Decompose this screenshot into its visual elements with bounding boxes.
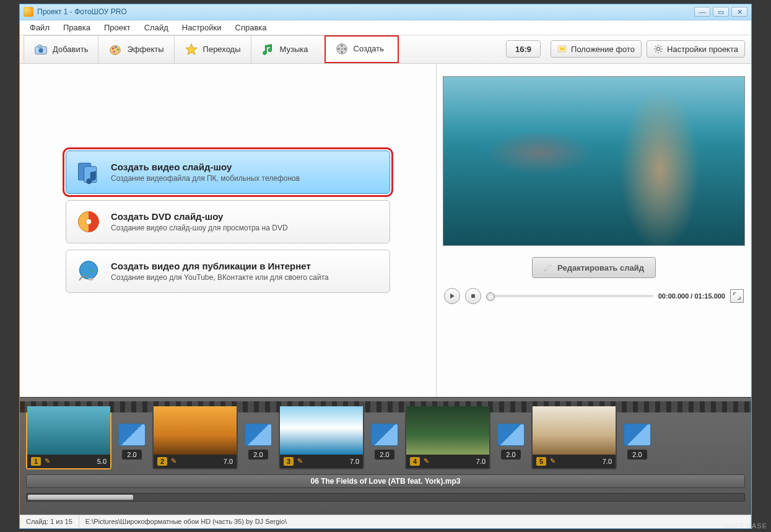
play-button[interactable] bbox=[444, 288, 460, 304]
aspect-button[interactable]: 16:9 bbox=[506, 40, 541, 58]
svg-rect-3 bbox=[38, 45, 41, 47]
tab-label: Переходы bbox=[203, 45, 241, 54]
slide-number: 1 bbox=[31, 457, 41, 466]
window-controls: — ▭ ✕ bbox=[694, 7, 747, 17]
timeline-slide-1[interactable]: 1✎5.0 bbox=[26, 405, 111, 469]
create-internet-option[interactable]: Создать видео для публикации в Интернет … bbox=[66, 250, 390, 293]
tab-music[interactable]: Музыка bbox=[251, 35, 325, 63]
transition-1[interactable]: 2.0 bbox=[116, 424, 147, 460]
transition-icon bbox=[624, 424, 651, 446]
timeline-slide-4[interactable]: 4✎7.0 bbox=[405, 405, 490, 469]
slide-duration: 7.0 bbox=[350, 458, 359, 465]
edit-slide-button[interactable]: Редактировать слайд bbox=[532, 257, 656, 278]
transition-4[interactable]: 2.0 bbox=[495, 424, 526, 460]
photo-position-label: Положение фото bbox=[571, 45, 635, 54]
pencil-icon: ✎ bbox=[45, 457, 50, 465]
svg-point-6 bbox=[115, 46, 117, 48]
option-desc: Создание видеофайла для ПК, мобильных те… bbox=[111, 174, 381, 183]
maximize-button[interactable]: ▭ bbox=[713, 7, 729, 17]
stop-button[interactable] bbox=[465, 288, 481, 304]
music-icon bbox=[261, 43, 275, 56]
tab-add[interactable]: Добавить bbox=[24, 35, 98, 63]
slide-thumb bbox=[280, 406, 363, 455]
titlebar: Проект 1 - ФотоШОУ PRO — ▭ ✕ bbox=[20, 4, 751, 20]
option-desc: Создание видео для YouTube, ВКонтакте ил… bbox=[111, 273, 381, 282]
pencil-icon: ✎ bbox=[171, 457, 176, 465]
tab-effects[interactable]: Эффекты bbox=[98, 35, 174, 63]
transition-3[interactable]: 2.0 bbox=[369, 424, 400, 460]
pencil-icon: ✎ bbox=[550, 457, 555, 465]
timeline: 1✎5.0 2.0 2✎7.0 2.0 3✎7.0 2.0 4✎7.0 2.0 bbox=[20, 397, 751, 515]
ribbon-right: 16:9 Положение фото Настройки проекта bbox=[506, 35, 751, 63]
timeline-slide-3[interactable]: 3✎7.0 bbox=[279, 405, 364, 469]
project-settings-button[interactable]: Настройки проекта bbox=[647, 40, 745, 58]
close-button[interactable]: ✕ bbox=[731, 7, 747, 17]
ribbon: Добавить Эффекты Переходы Музыка Создать… bbox=[20, 35, 751, 64]
slide-number: 4 bbox=[410, 457, 420, 466]
svg-point-14 bbox=[338, 48, 339, 50]
menu-project[interactable]: Проект bbox=[98, 21, 137, 34]
slide-duration: 7.0 bbox=[476, 458, 486, 465]
menu-help[interactable]: Справка bbox=[229, 21, 273, 34]
create-video-option[interactable]: Создать видео слайд-шоу Создание видеофа… bbox=[66, 150, 390, 194]
status-path: E:\Pictures\Широкоформатные обои HD (час… bbox=[79, 515, 751, 528]
svg-point-2 bbox=[38, 48, 43, 52]
fullscreen-button[interactable] bbox=[730, 289, 744, 303]
svg-point-12 bbox=[344, 48, 346, 50]
transition-5[interactable]: 2.0 bbox=[622, 424, 653, 460]
status-slide-count: Слайд: 1 из 15 bbox=[20, 515, 79, 528]
svg-point-15 bbox=[341, 48, 342, 49]
tab-create[interactable]: Создать bbox=[325, 35, 399, 63]
slide-thumb bbox=[154, 406, 237, 455]
content-area: Создать видео слайд-шоу Создание видеофа… bbox=[20, 64, 751, 397]
time-display: 00:00.000 / 01:15.000 bbox=[658, 292, 725, 300]
svg-point-18 bbox=[656, 47, 660, 50]
menu-bar: Файл Правка Проект Слайд Настройки Справ… bbox=[20, 20, 751, 35]
menu-slide[interactable]: Слайд bbox=[138, 21, 175, 34]
timeline-slide-5[interactable]: 5✎7.0 bbox=[531, 405, 617, 469]
svg-point-7 bbox=[118, 48, 120, 50]
svg-point-24 bbox=[88, 278, 94, 281]
pencil-icon bbox=[544, 263, 552, 272]
photo-position-button[interactable]: Положение фото bbox=[551, 40, 642, 58]
aspect-label: 16:9 bbox=[515, 45, 531, 54]
create-panel: Создать видео слайд-шоу Создание видеофа… bbox=[20, 64, 437, 397]
slide-duration: 5.0 bbox=[97, 458, 107, 465]
create-dvd-option[interactable]: Создать DVD слайд-шоу Создание видео сла… bbox=[66, 200, 390, 243]
option-title: Создать DVD слайд-шоу bbox=[111, 211, 381, 222]
tab-label: Эффекты bbox=[127, 45, 163, 54]
timeline-scrollbar[interactable] bbox=[26, 493, 745, 502]
slide-duration: 7.0 bbox=[224, 458, 233, 465]
slide-number: 5 bbox=[536, 457, 546, 466]
svg-point-5 bbox=[112, 47, 114, 49]
menu-edit[interactable]: Правка bbox=[57, 21, 97, 34]
preview-image[interactable] bbox=[443, 76, 745, 246]
transition-duration: 2.0 bbox=[375, 450, 394, 460]
minimize-button[interactable]: — bbox=[694, 7, 710, 17]
seek-slider[interactable] bbox=[486, 295, 653, 297]
timeline-thumbs[interactable]: 1✎5.0 2.0 2✎7.0 2.0 3✎7.0 2.0 4✎7.0 2.0 bbox=[26, 405, 745, 469]
dvd-icon bbox=[75, 208, 102, 235]
audio-track[interactable]: 06 The Fields of Love (ATB feat. York).m… bbox=[26, 474, 745, 488]
option-title: Создать видео слайд-шоу bbox=[111, 162, 381, 172]
menu-file[interactable]: Файл bbox=[24, 21, 56, 34]
preview-panel: Редактировать слайд 00:00.000 / 01:15.00… bbox=[437, 64, 751, 397]
transition-duration: 2.0 bbox=[501, 450, 520, 460]
transition-icon bbox=[371, 424, 398, 446]
svg-marker-9 bbox=[185, 43, 196, 54]
transition-icon bbox=[497, 424, 525, 446]
project-settings-label: Настройки проекта bbox=[667, 45, 738, 54]
slide-thumb bbox=[27, 406, 110, 455]
reel-icon bbox=[335, 42, 349, 56]
timeline-slide-2[interactable]: 2✎7.0 bbox=[152, 405, 238, 469]
svg-rect-17 bbox=[560, 47, 565, 50]
slide-thumb bbox=[533, 406, 616, 455]
tab-label: Музыка bbox=[280, 45, 308, 54]
svg-point-22 bbox=[85, 219, 91, 224]
tab-transitions[interactable]: Переходы bbox=[174, 35, 251, 63]
filmstrip-decoration bbox=[20, 401, 751, 412]
menu-settings[interactable]: Настройки bbox=[176, 21, 228, 34]
slide-number: 3 bbox=[284, 457, 294, 466]
transition-2[interactable]: 2.0 bbox=[243, 424, 274, 460]
ribbon-tabs: Добавить Эффекты Переходы Музыка Создать bbox=[24, 35, 398, 63]
